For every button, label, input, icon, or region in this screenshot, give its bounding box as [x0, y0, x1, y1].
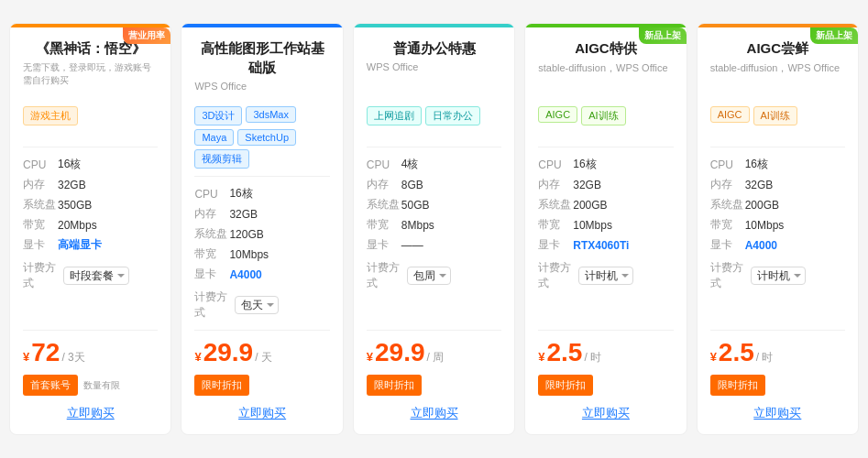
spec-value: 20Mbps: [58, 219, 97, 232]
tag: 视频剪辑: [194, 149, 249, 169]
spec-value: 4核: [401, 157, 419, 172]
card-badge: 营业用率: [123, 27, 170, 44]
specs-section: CPU4核内存8GB系统盘50GB带宽8Mbps显卡——计费方式包周: [354, 147, 514, 330]
price-unit: / 时: [756, 350, 774, 365]
billing-row: 计费方式计时机: [538, 260, 673, 291]
billing-select[interactable]: 包天: [235, 296, 279, 314]
spec-row: 系统盘200GB: [538, 197, 673, 213]
card-header: 高性能图形工作站基础版WPS Office: [181, 27, 342, 101]
promo-button[interactable]: 限时折扣: [194, 375, 249, 396]
price-main: 29.9: [203, 340, 254, 365]
price-main: 2.5: [719, 340, 754, 365]
spec-row: 内存8GB: [367, 177, 501, 192]
price-section: ¥72/ 3天: [10, 331, 170, 371]
spec-label: 系统盘: [710, 197, 745, 213]
buy-button[interactable]: 立即购买: [194, 401, 329, 425]
spec-row: 带宽20Mbps: [23, 217, 158, 233]
action-row: 首套账号数量有限: [23, 375, 158, 396]
spec-row: 带宽10Mbps: [710, 217, 845, 233]
card-subtitle: stable-diffusion，WPS Office: [538, 61, 673, 75]
spec-value: 32GB: [58, 179, 86, 191]
billing-label: 计费方式: [538, 260, 573, 291]
spec-label: 内存: [194, 206, 229, 222]
price-unit: / 时: [584, 350, 601, 365]
action-row: 限时折扣: [194, 375, 329, 396]
spec-row: 显卡A4000: [710, 237, 845, 253]
promo-button[interactable]: 限时折扣: [538, 375, 593, 396]
tags-section: 游戏主机: [10, 101, 170, 147]
card-header: 普通办公特惠WPS Office: [354, 27, 514, 101]
card-title: 普通办公特惠: [367, 38, 501, 58]
price-currency: ¥: [538, 350, 544, 364]
buy-button[interactable]: 立即购买: [710, 401, 845, 425]
billing-select[interactable]: 计时机: [751, 267, 806, 285]
spec-label: 带宽: [367, 217, 401, 233]
tags-section: AIGCAI训练: [525, 101, 686, 147]
spec-label: CPU: [710, 158, 745, 171]
billing-select[interactable]: 时段套餐: [63, 267, 129, 285]
spec-row: 内存32GB: [23, 177, 158, 192]
spec-label: 系统盘: [367, 197, 401, 213]
spec-row: CPU16核: [710, 157, 845, 172]
spec-value: 10Mbps: [573, 219, 612, 232]
spec-value: 高端显卡: [58, 237, 102, 253]
spec-row: 显卡高端显卡: [23, 237, 158, 253]
action-row: 限时折扣: [710, 375, 845, 396]
spec-label: 显卡: [194, 267, 229, 282]
promo-note: 数量有限: [83, 379, 120, 392]
spec-row: CPU16核: [538, 157, 673, 172]
billing-label: 计费方式: [710, 260, 745, 291]
spec-row: 带宽8Mbps: [367, 217, 501, 233]
spec-value: 32GB: [573, 179, 601, 191]
spec-row: 系统盘200GB: [710, 197, 845, 213]
spec-label: 系统盘: [23, 197, 58, 213]
card-black-myth: 营业用率《黑神话：悟空》无需下载，登录即玩，游戏账号需自行购买游戏主机CPU16…: [9, 23, 171, 435]
promo-button[interactable]: 限时折扣: [367, 375, 422, 396]
price-section: ¥2.5/ 时: [525, 331, 686, 371]
tags-section: 上网追剧日常办公: [354, 101, 514, 147]
spec-value: 8Mbps: [401, 219, 434, 232]
spec-value: ——: [401, 239, 423, 252]
price-section: ¥2.5/ 时: [698, 331, 858, 371]
spec-label: 内存: [538, 177, 573, 192]
spec-value: RTX4060Ti: [573, 239, 629, 252]
billing-label: 计费方式: [23, 260, 58, 291]
tag: AI训练: [581, 106, 625, 125]
action-section: 首套账号数量有限立即购买: [10, 371, 170, 434]
spec-value: 10Mbps: [745, 219, 785, 232]
promo-button[interactable]: 首套账号: [23, 375, 78, 396]
spec-value: A4000: [745, 239, 777, 252]
specs-section: CPU16核内存32GB系统盘200GB带宽10Mbps显卡RTX4060Ti计…: [525, 147, 686, 330]
tag: 游戏主机: [23, 106, 78, 125]
buy-button[interactable]: 立即购买: [23, 401, 158, 425]
spec-label: 带宽: [194, 246, 229, 262]
cards-container: 营业用率《黑神话：悟空》无需下载，登录即玩，游戏账号需自行购买游戏主机CPU16…: [9, 23, 859, 435]
specs-section: CPU16核内存32GB系统盘200GB带宽10Mbps显卡A4000计费方式计…: [698, 147, 858, 330]
buy-button[interactable]: 立即购买: [538, 401, 673, 425]
promo-button[interactable]: 限时折扣: [710, 375, 765, 396]
tag: AIGC: [710, 106, 750, 123]
card-aigc-trial: 新品上架AIGC尝鲜stable-diffusion，WPS OfficeAIG…: [697, 23, 859, 435]
spec-label: 带宽: [710, 217, 745, 233]
spec-row: 内存32GB: [194, 206, 329, 222]
spec-label: 显卡: [710, 237, 745, 253]
spec-label: CPU: [23, 158, 58, 171]
billing-select[interactable]: 包周: [407, 267, 451, 285]
billing-select[interactable]: 计时机: [578, 267, 633, 285]
card-workstation: 高性能图形工作站基础版WPS Office3D设计3dsMaxMayaSketc…: [181, 23, 343, 435]
tag: AIGC: [538, 106, 577, 123]
price-main: 72: [31, 340, 60, 365]
price-main: 2.5: [546, 340, 582, 365]
spec-row: CPU4核: [367, 157, 501, 172]
card-header: 新品上架AIGC特供stable-diffusion，WPS Office: [525, 27, 686, 101]
action-row: 限时折扣: [367, 375, 501, 396]
spec-value: 16核: [58, 157, 81, 172]
price-currency: ¥: [367, 350, 373, 364]
price-unit: / 天: [255, 350, 272, 365]
spec-label: 系统盘: [194, 226, 229, 242]
spec-value: 50GB: [401, 199, 430, 212]
buy-button[interactable]: 立即购买: [367, 401, 501, 425]
spec-label: 内存: [23, 177, 58, 192]
spec-value: A4000: [229, 268, 261, 281]
card-badge: 新品上架: [810, 27, 858, 44]
